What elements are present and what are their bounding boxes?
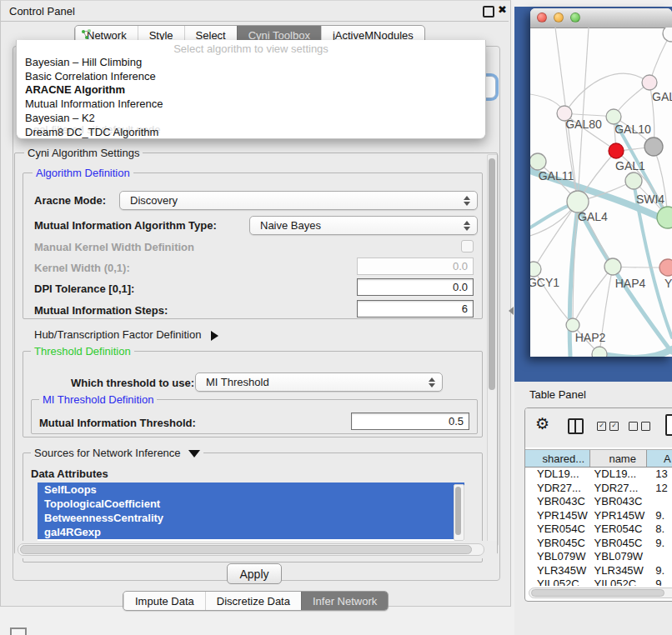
gear-icon[interactable]: ⚙ [535, 416, 549, 432]
split-columns-icon[interactable] [568, 418, 584, 434]
table-panel: Table Panel ⚙ ✓ ✓ shared... name [514, 382, 672, 635]
network-node[interactable] [663, 28, 672, 42]
manual-kernel-checkbox[interactable] [461, 240, 474, 252]
table-row[interactable]: YBL079W YBL079W [525, 550, 672, 564]
settings-hscrollbar-thumb[interactable] [20, 545, 472, 554]
column-header-partial[interactable]: A [647, 450, 672, 467]
deselect-all-checks-icon[interactable] [629, 422, 650, 431]
cell-shared-name: YLR345W [525, 564, 591, 578]
network-window-titlebar[interactable] [530, 8, 672, 28]
table-row[interactable]: YPR145W YPR145W 9. [525, 509, 672, 523]
apply-button[interactable]: Apply [227, 563, 282, 584]
network-node[interactable] [644, 138, 663, 156]
algorithm-dropdown-popup: Select algorithm to view settings gal-fi… [16, 40, 486, 139]
cell-shared-name: YIL052C [525, 578, 591, 586]
network-node[interactable] [659, 259, 672, 276]
network-node[interactable] [604, 258, 621, 275]
table-row[interactable]: YDR27... YDR27... 12 [525, 482, 672, 496]
table-row[interactable]: YBR045C YBR045C 9. [525, 537, 672, 551]
node-table: shared... name A [525, 449, 672, 468]
network-node[interactable] [642, 75, 657, 90]
corner-grip-icon[interactable] [10, 628, 27, 635]
data-attributes-list: SelfLoopsTopologicalCoefficientBetweenne… [38, 482, 464, 541]
settings-hscrollbar[interactable] [18, 543, 484, 556]
cell-name: YDL19... [591, 468, 648, 482]
document-icon[interactable] [665, 414, 672, 436]
mi-threshold-label: Mutual Information Threshold: [39, 417, 196, 429]
algorithm-list-item[interactable]: Bayesian – Hill Climbing [17, 56, 485, 70]
column-header-shared-name[interactable]: shared... [525, 450, 590, 467]
attr-list-vscrollbar[interactable] [454, 484, 464, 541]
table-row[interactable]: YLR345W YLR345W 9. [525, 564, 672, 578]
network-node[interactable] [625, 172, 642, 189]
network-node[interactable] [530, 262, 541, 277]
data-attribute-item[interactable]: SelfLoops [38, 482, 464, 497]
collapse-arrow-icon [188, 450, 200, 458]
table-toolbar: ⚙ ✓ ✓ [525, 408, 672, 448]
network-node-label: GAL10 [614, 122, 651, 136]
hub-definition-expander[interactable]: Hub/Transcription Factor Definition [34, 328, 218, 341]
algorithm-list-item[interactable]: Dream8 DC_TDC Algorithm [17, 126, 485, 140]
dpi-tolerance-input[interactable]: 0.0 [357, 278, 474, 296]
network-node-label: GCY1 [530, 276, 559, 289]
combo-stepper-icon [464, 196, 470, 206]
cyni-bottom-tab[interactable]: Discretize Data [205, 592, 301, 610]
column-header-name[interactable]: name [590, 450, 647, 467]
which-threshold-combo[interactable]: MI Threshold [195, 372, 443, 392]
mi-threshold-input[interactable]: 0.5 [351, 412, 469, 430]
network-canvas[interactable]: GALGAL80GAL10GAL1GAL11SWI4GAL4GCY1HAP4YH… [530, 28, 672, 357]
table-panel-window: ⚙ ✓ ✓ shared... name A [524, 408, 672, 602]
cell-name: YER054C [591, 522, 648, 537]
table-row[interactable]: YDL19... YDL19... 13 [525, 468, 672, 482]
cell-name: YLR345W [591, 564, 648, 578]
network-node[interactable] [566, 318, 579, 332]
algorithm-list-item[interactable]: Bayesian – K2 [17, 112, 485, 126]
close-traffic-light[interactable] [537, 12, 547, 22]
algorithm-list-item[interactable]: ARACNE Algorithm [17, 83, 485, 98]
network-node[interactable] [530, 153, 546, 170]
kernel-width-input[interactable]: 0.0 [357, 258, 474, 275]
table-row[interactable]: YIL052C YIL052C 9. [525, 578, 672, 586]
data-attribute-item[interactable]: BetweennessCentrality [38, 511, 464, 525]
zoom-traffic-light[interactable] [570, 12, 580, 22]
close-icon[interactable]: ✖ [498, 3, 507, 16]
cyni-bottom-tab[interactable]: Impute Data [123, 592, 205, 610]
dpi-tolerance-label: DPI Tolerance [0,1]: [34, 282, 134, 295]
aracne-mode-combo[interactable]: Discovery [119, 191, 478, 210]
data-attributes-label: Data Attributes [31, 468, 108, 480]
algorithm-list-item[interactable]: Basic Correlation Inference [17, 70, 485, 84]
select-all-checks-icon[interactable]: ✓ ✓ [597, 422, 619, 431]
mi-type-combo[interactable]: Naive Bayes [249, 216, 478, 235]
mi-steps-input[interactable]: 6 [357, 300, 474, 318]
network-node[interactable] [657, 207, 672, 228]
cell-value: 9. [647, 509, 672, 523]
table-hscrollbar-thumb[interactable] [531, 589, 664, 597]
attr-list-vscrollbar-thumb[interactable] [455, 487, 461, 535]
panel-splitter-arrow[interactable] [509, 307, 514, 315]
cell-value: 13 [647, 468, 672, 482]
network-node[interactable] [609, 143, 624, 158]
cell-shared-name: YDR27... [525, 482, 591, 496]
sources-legend[interactable]: Sources for Network Inference [31, 447, 203, 459]
cyni-bottom-tab[interactable]: Infer Network [301, 592, 388, 610]
table-row[interactable]: YBR043C YBR043C [525, 495, 672, 509]
cell-name: YBL079W [591, 550, 648, 564]
table-row[interactable]: YER054C YER054C 8. [525, 522, 672, 537]
network-node[interactable] [592, 347, 607, 357]
float-window-icon[interactable] [483, 6, 494, 18]
dpi-tolerance-value: 0.0 [453, 281, 468, 293]
network-node-label: GAL80 [565, 118, 602, 131]
algorithm-list-item[interactable]: Mutual Information Inference [17, 98, 485, 112]
which-threshold-label: Which threshold to use: [71, 377, 194, 389]
control-panel-title: Control Panel [9, 5, 75, 18]
cell-value: 9. [647, 578, 672, 586]
table-hscrollbar[interactable] [529, 588, 672, 598]
cell-value [647, 550, 672, 564]
cell-name: YBR045C [591, 537, 648, 551]
data-attribute-item[interactable]: TopologicalCoefficient [38, 497, 464, 511]
network-view-window: GALGAL80GAL10GAL1GAL11SWI4GAL4GCY1HAP4YH… [530, 8, 672, 357]
minimize-traffic-light[interactable] [554, 12, 564, 22]
data-attribute-item[interactable]: gal4RGexp [38, 525, 464, 539]
unchecked-box-icon [641, 422, 650, 431]
cell-value: 8. [647, 522, 672, 537]
